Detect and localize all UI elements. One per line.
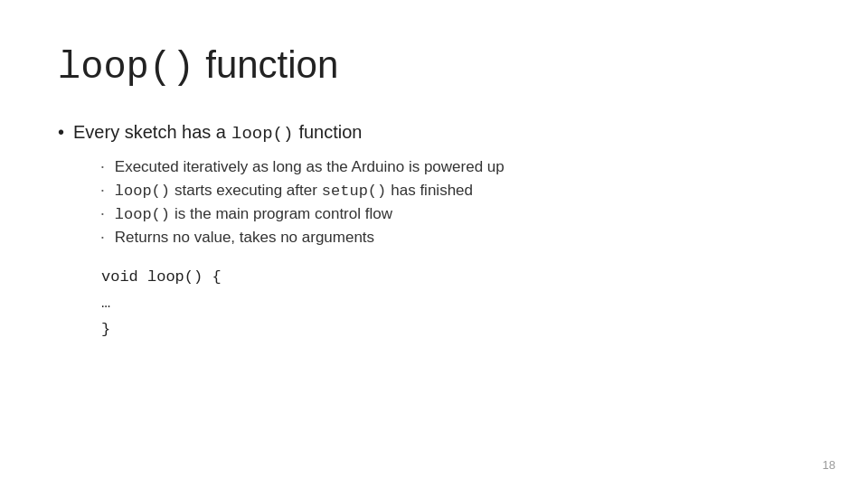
main-bullet-dot: • bbox=[58, 122, 64, 143]
main-bullet-suffix: function bbox=[298, 122, 362, 143]
sub-bullet-3-text: is the main program control flow bbox=[175, 205, 392, 223]
slide-title: loop() function bbox=[58, 43, 810, 89]
title-mono: loop() bbox=[58, 46, 194, 89]
title-text: function bbox=[205, 43, 338, 87]
sub-bullet-text-1: Executed iteratively as long as the Ardu… bbox=[115, 158, 505, 176]
sub-bullet-text-2: loop() starts executing after setup() ha… bbox=[115, 182, 473, 200]
sub-bullet-dot-1: • bbox=[101, 163, 104, 171]
sub-bullet-2: • loop() starts executing after setup() … bbox=[101, 182, 810, 200]
sub-bullet-1: • Executed iteratively as long as the Ar… bbox=[101, 158, 810, 176]
sub-bullet-3: • loop() is the main program control flo… bbox=[101, 205, 810, 223]
main-bullet-prefix: Every sketch has a bbox=[73, 122, 226, 143]
sub-bullet-2-mono2: setup() bbox=[322, 183, 386, 200]
sub-bullet-dot-3: • bbox=[101, 210, 104, 218]
main-bullet-mono: loop() bbox=[231, 124, 293, 144]
main-bullet: • Every sketch has a loop() function bbox=[58, 122, 810, 144]
sub-bullet-dot-2: • bbox=[101, 186, 104, 194]
sub-bullet-2-text1: starts executing after bbox=[175, 182, 317, 200]
code-line-1: void loop() { bbox=[101, 265, 810, 291]
code-line-3: } bbox=[101, 317, 810, 343]
sub-bullet-4: • Returns no value, takes no arguments bbox=[101, 229, 810, 247]
sub-bullet-text-4: Returns no value, takes no arguments bbox=[115, 229, 374, 247]
sub-bullet-1-text: Executed iteratively as long as the Ardu… bbox=[115, 158, 505, 176]
sub-bullets-list: • Executed iteratively as long as the Ar… bbox=[101, 158, 810, 247]
slide: loop() function • Every sketch has a loo… bbox=[0, 0, 868, 488]
main-bullet-text: Every sketch has a loop() function bbox=[73, 122, 362, 144]
sub-bullet-2-mono1: loop() bbox=[115, 183, 170, 200]
page-number: 18 bbox=[823, 458, 835, 472]
sub-bullet-text-3: loop() is the main program control flow bbox=[115, 205, 392, 223]
sub-bullet-dot-4: • bbox=[101, 233, 104, 241]
code-line-2: … bbox=[101, 291, 810, 317]
code-block: void loop() { … } bbox=[101, 265, 810, 343]
sub-bullet-4-text: Returns no value, takes no arguments bbox=[115, 229, 374, 247]
sub-bullet-2-text2: has finished bbox=[391, 182, 473, 200]
sub-bullet-3-mono: loop() bbox=[115, 206, 170, 223]
